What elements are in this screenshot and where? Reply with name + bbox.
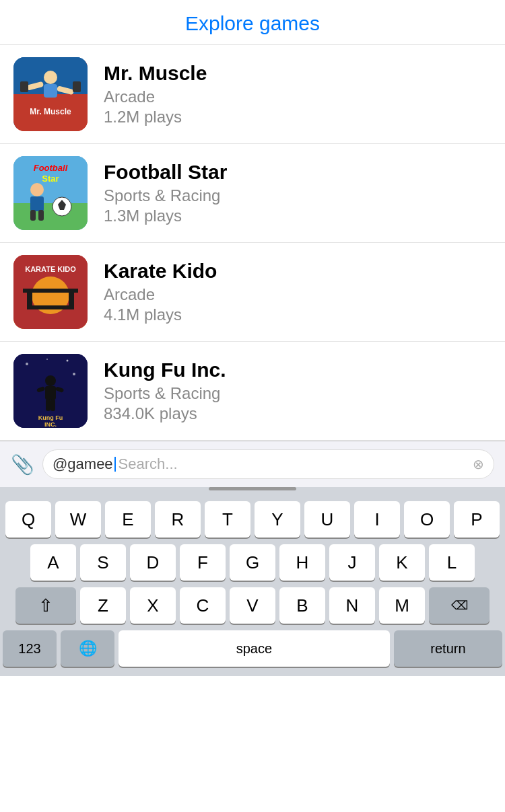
key-e[interactable]: E — [105, 501, 151, 538]
space-key[interactable]: space — [119, 630, 390, 667]
game-thumbnail-kung-fu-inc: Kung Fu INC. — [13, 354, 88, 428]
key-y[interactable]: Y — [255, 501, 300, 538]
svg-point-2 — [44, 71, 57, 84]
key-s[interactable]: S — [80, 544, 126, 581]
svg-rect-23 — [69, 292, 74, 309]
game-item-kung-fu-inc[interactable]: Kung Fu INC. Kung Fu Inc. Sports & Racin… — [0, 342, 505, 441]
keyboard-handle-bar — [0, 487, 505, 494]
game-thumb-art-karate-kido: KARATE KIDO — [13, 255, 88, 329]
svg-rect-3 — [44, 84, 57, 98]
game-thumb-art-mr-muscle: Mr. Muscle — [13, 57, 88, 131]
svg-text:Kung Fu: Kung Fu — [38, 414, 63, 421]
key-x[interactable]: X — [130, 587, 176, 624]
game-name-mr-muscle: Mr. Muscle — [104, 62, 492, 85]
key-v[interactable]: V — [230, 587, 275, 624]
key-a[interactable]: A — [30, 544, 76, 581]
game-plays-karate-kido: 4.1M plays — [104, 305, 492, 324]
key-z[interactable]: Z — [80, 587, 126, 624]
svg-rect-14 — [30, 196, 44, 211]
game-plays-mr-muscle: 1.2M plays — [104, 108, 492, 126]
key-h[interactable]: H — [279, 544, 325, 581]
key-n[interactable]: N — [329, 587, 375, 624]
key-b[interactable]: B — [279, 587, 325, 624]
svg-text:KARATE KIDO: KARATE KIDO — [25, 265, 76, 273]
svg-rect-15 — [30, 210, 36, 221]
key-j[interactable]: J — [329, 544, 375, 581]
search-prefix: @gamee — [53, 455, 113, 473]
svg-point-27 — [26, 363, 28, 365]
game-item-football-star[interactable]: Football Star Football Star Sports & Rac… — [0, 144, 505, 243]
svg-rect-10 — [13, 203, 88, 230]
game-info-football-star: Football Star Sports & Racing 1.3M plays — [104, 161, 492, 225]
game-info-mr-muscle: Mr. Muscle Arcade 1.2M plays — [104, 62, 492, 126]
game-thumbnail-karate-kido: KARATE KIDO — [13, 255, 88, 329]
svg-point-31 — [45, 375, 56, 386]
game-name-karate-kido: Karate Kido — [104, 260, 492, 283]
svg-rect-7 — [73, 81, 81, 92]
key-t[interactable]: T — [205, 501, 250, 538]
key-p[interactable]: P — [454, 501, 500, 538]
keyboard-row-3: ⇧ Z X C V B N M ⌫ — [3, 587, 502, 624]
svg-rect-32 — [45, 386, 56, 400]
key-w[interactable]: W — [55, 501, 101, 538]
clear-icon[interactable]: ⊗ — [473, 456, 484, 472]
search-input-wrapper[interactable]: @gamee Search... ⊗ — [42, 449, 494, 479]
key-g[interactable]: G — [230, 544, 275, 581]
game-name-kung-fu-inc: Kung Fu Inc. — [104, 359, 492, 381]
key-m[interactable]: M — [379, 587, 425, 624]
svg-text:Football: Football — [34, 163, 68, 173]
explore-header: Explore games — [0, 0, 505, 45]
svg-text:Star: Star — [42, 174, 59, 184]
key-f[interactable]: F — [180, 544, 226, 581]
svg-point-28 — [67, 360, 69, 362]
game-item-mr-muscle[interactable]: Mr. Muscle Mr. Muscle Arcade 1.2M plays — [0, 45, 505, 144]
key-l[interactable]: L — [429, 544, 475, 581]
svg-rect-16 — [38, 210, 44, 221]
svg-text:INC.: INC. — [44, 421, 57, 428]
key-d[interactable]: D — [130, 544, 176, 581]
game-category-karate-kido: Arcade — [104, 285, 492, 304]
num-key[interactable]: 123 — [3, 630, 57, 667]
key-u[interactable]: U — [304, 501, 350, 538]
cursor — [114, 457, 116, 472]
svg-rect-6 — [20, 81, 28, 92]
svg-rect-21 — [27, 305, 74, 309]
game-thumb-art-football-star: Football Star — [13, 156, 88, 230]
return-key[interactable]: return — [394, 630, 502, 667]
search-placeholder: Search... — [119, 455, 473, 473]
search-bar-area: 📎 @gamee Search... ⊗ — [0, 441, 505, 487]
keyboard-row-2: A S D F G H J K L — [3, 544, 502, 581]
keyboard: Q W E R T Y U I O P A S D F G H J K L ⇧ … — [0, 494, 505, 676]
svg-point-13 — [30, 183, 44, 196]
game-thumbnail-football-star: Football Star — [13, 156, 88, 230]
game-thumbnail-mr-muscle: Mr. Muscle — [13, 57, 88, 131]
keyboard-row-4: 123 🌐 space return — [3, 630, 502, 667]
game-info-karate-kido: Karate Kido Arcade 4.1M plays — [104, 260, 492, 324]
svg-text:Mr. Muscle: Mr. Muscle — [30, 107, 71, 116]
game-item-karate-kido[interactable]: KARATE KIDO Karate Kido Arcade 4.1M play… — [0, 243, 505, 342]
delete-key[interactable]: ⌫ — [429, 587, 490, 624]
svg-point-29 — [46, 359, 48, 360]
key-r[interactable]: R — [155, 501, 201, 538]
handle-indicator — [209, 487, 296, 490]
game-info-kung-fu-inc: Kung Fu Inc. Sports & Racing 834.0K play… — [104, 359, 492, 423]
shift-key[interactable]: ⇧ — [15, 587, 76, 624]
key-i[interactable]: I — [354, 501, 400, 538]
keyboard-row-1: Q W E R T Y U I O P — [3, 501, 502, 538]
paperclip-icon[interactable]: 📎 — [11, 453, 34, 476]
game-name-football-star: Football Star — [104, 161, 492, 184]
svg-point-30 — [73, 373, 75, 375]
svg-rect-35 — [46, 399, 50, 411]
svg-rect-22 — [27, 292, 32, 309]
globe-key[interactable]: 🌐 — [61, 630, 114, 667]
game-plays-football-star: 1.3M plays — [104, 207, 492, 225]
key-c[interactable]: C — [180, 587, 226, 624]
key-q[interactable]: Q — [5, 501, 51, 538]
key-o[interactable]: O — [404, 501, 450, 538]
key-k[interactable]: K — [379, 544, 425, 581]
game-category-football-star: Sports & Racing — [104, 186, 492, 205]
game-thumb-art-kung-fu-inc: Kung Fu INC. — [13, 354, 88, 428]
game-category-kung-fu-inc: Sports & Racing — [104, 384, 492, 403]
game-list: Mr. Muscle Mr. Muscle Arcade 1.2M plays … — [0, 45, 505, 441]
svg-rect-36 — [50, 399, 55, 411]
